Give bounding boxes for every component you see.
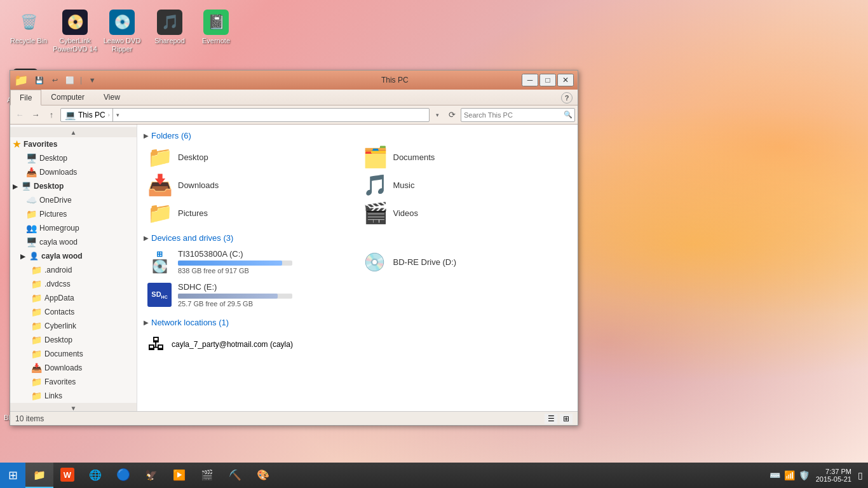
minimize-button[interactable]: ─	[522, 74, 538, 86]
address-dropdown-btn[interactable]: ▾	[431, 112, 443, 118]
folder-item-documents[interactable]: 🗂️ Documents	[359, 144, 572, 170]
windows-logo-icon: ⊞	[8, 468, 18, 482]
nav-scroll-down[interactable]: ▼	[10, 403, 137, 411]
search-box[interactable]: 🔍	[461, 108, 575, 122]
folder-item-downloads[interactable]: 📥 Downloads	[144, 172, 356, 198]
nav-item-desktop2[interactable]: 📁 Desktop	[10, 333, 137, 347]
refresh-button[interactable]: ⟳	[445, 108, 459, 122]
documents-icon: 📁	[31, 349, 42, 359]
tab-computer[interactable]: Computer	[41, 90, 94, 105]
search-icon[interactable]: 🔍	[562, 109, 574, 121]
pictures-nav-icon: 📁	[25, 209, 37, 219]
nav-item-onedrive[interactable]: ☁️ OneDrive	[10, 193, 137, 207]
navigation-pane: ▲ ★ Favorites 🖥️ Desktop 📥 Downloads ▶ 🖥…	[10, 125, 137, 411]
contacts-icon: 📁	[31, 307, 42, 317]
folder-desktop-icon: 📁	[147, 147, 173, 167]
nav-item-android[interactable]: 📁 .android	[10, 263, 137, 277]
taskbar-app-media-player[interactable]: ▶️	[165, 463, 193, 488]
taskbar-app-thunderbird[interactable]: 🦅	[137, 463, 165, 488]
nav-item-dvdcss[interactable]: 📁 .dvdcss	[10, 277, 137, 291]
file-explorer-window: 📁 💾 ↩ ⬜ | ▼ This PC ─ □ ✕ File Computer …	[10, 70, 578, 426]
taskbar-keyboard-icon[interactable]: ⌨️	[770, 470, 780, 480]
titlebar: 📁 💾 ↩ ⬜ | ▼ This PC ─ □ ✕	[10, 71, 578, 90]
help-button[interactable]: ?	[561, 92, 573, 104]
nav-item-favorites2[interactable]: 📁 Favorites	[10, 375, 137, 389]
network-item[interactable]: 🖧 cayla_7_party@hotmail.com (cayla)	[144, 331, 571, 357]
start-button[interactable]: ⊞	[0, 463, 25, 488]
nav-item-cyberlink[interactable]: 📁 Cyberlink	[10, 319, 137, 333]
devices-section-header[interactable]: ▶ Devices and drives (3)	[144, 231, 571, 247]
expand-quick-btn[interactable]: ▼	[86, 74, 98, 86]
undo-quick-btn[interactable]: ↩	[48, 74, 61, 86]
homegroup-icon: 👥	[25, 223, 37, 233]
nav-item-links[interactable]: 📁 Links	[10, 389, 137, 403]
devices-chevron-icon: ▶	[144, 234, 149, 241]
folder-item-pictures[interactable]: 📁 Pictures	[144, 200, 356, 226]
maximize-button[interactable]: □	[539, 74, 556, 86]
folder-item-desktop[interactable]: 📁 Desktop	[144, 144, 356, 170]
device-c-drive[interactable]: ⊞ 💽 TI31053800A (C:) 838 GB free of 917 …	[144, 247, 356, 277]
folders-grid: 📁 Desktop 🗂️ Documents 📥 Downloads 🎵 Mus…	[144, 144, 571, 226]
tab-view[interactable]: View	[94, 90, 130, 105]
forward-button[interactable]: →	[29, 108, 43, 122]
window-controls: ─ □ ✕	[522, 74, 574, 86]
nav-item-desktop[interactable]: 🖥️ Desktop	[10, 151, 137, 165]
taskbar-app-chrome[interactable]: 🔵	[109, 463, 137, 488]
nav-item-downloads-sub[interactable]: 📥 Downloads	[10, 361, 137, 375]
desktop-icon-cyberlink[interactable]: 📀 CyberLink PowerDVD 14	[53, 10, 97, 53]
folder-item-videos[interactable]: 🎬 Videos	[359, 200, 572, 226]
nav-item-cayla2[interactable]: ▶ 👤 cayla wood	[10, 249, 137, 263]
back-button[interactable]: ←	[13, 108, 27, 122]
device-bd-drive[interactable]: 💿 BD-RE Drive (D:)	[359, 247, 572, 277]
view-controls: ☰ ⊞	[545, 414, 573, 424]
nav-item-appdata[interactable]: 📁 AppData	[10, 291, 137, 305]
downloads-nav-icon: 📥	[25, 167, 37, 177]
properties-quick-btn[interactable]: ⬜	[64, 74, 76, 86]
folders-section-header[interactable]: ▶ Folders (6)	[144, 128, 571, 144]
show-desktop-button[interactable]: ▯	[858, 470, 863, 480]
dvdcss-icon: 📁	[31, 279, 42, 289]
taskbar-network-icon[interactable]: 📶	[784, 470, 795, 480]
taskbar-app-minecraft[interactable]: ⛏️	[221, 463, 249, 488]
tab-file[interactable]: File	[10, 90, 41, 105]
desktop-icon-leawo[interactable]: 💿 Leawo DVD Ripper	[100, 10, 144, 53]
nav-item-documents[interactable]: 📁 Documents	[10, 347, 137, 361]
nav-item-homegroup[interactable]: 👥 Homegroup	[10, 221, 137, 235]
device-sdhc[interactable]: SDHC SDHC (E:) 25.7 GB free of 29.5 GB	[144, 280, 571, 310]
folder-item-music[interactable]: 🎵 Music	[359, 172, 572, 198]
address-input[interactable]: 💻 This PC › ▾	[60, 108, 430, 122]
network-section-header[interactable]: ▶ Network locations (1)	[144, 315, 571, 331]
taskbar-app-media-center[interactable]: 🎬	[193, 463, 221, 488]
desktop-icon-evernote[interactable]: 📓 Evernote	[194, 10, 238, 45]
cyberlink-folder-icon: 📁	[31, 321, 42, 331]
taskbar-security-icon[interactable]: 🛡️	[799, 470, 810, 480]
nav-item-pictures[interactable]: 📁 Pictures	[10, 207, 137, 221]
desktop-icon-recycle-bin[interactable]: 🗑️ Recycle Bin	[6, 10, 51, 45]
large-icons-view-button[interactable]: ⊞	[560, 414, 573, 424]
taskbar-app-wordpad[interactable]: W	[53, 463, 81, 488]
sdhc-info: SDHC (E:) 25.7 GB free of 29.5 GB	[178, 282, 567, 308]
desktop-header[interactable]: ▶ 🖥️ Desktop	[10, 179, 137, 193]
folder-pictures-icon: 📁	[147, 203, 173, 223]
nav-item-cayla1[interactable]: 🖥️ cayla wood	[10, 235, 137, 249]
address-dropdown[interactable]: ▾	[112, 108, 123, 122]
desktop-nav-icon: 🖥️	[25, 153, 37, 163]
search-input[interactable]	[461, 111, 562, 119]
close-button[interactable]: ✕	[557, 74, 574, 86]
c-drive-info: TI31053800A (C:) 838 GB free of 917 GB	[178, 249, 353, 274]
nav-item-contacts[interactable]: 📁 Contacts	[10, 305, 137, 319]
up-button[interactable]: ↑	[44, 108, 58, 122]
details-view-button[interactable]: ☰	[545, 414, 557, 424]
taskbar: ⊞ 📁 W 🌐 🔵 🦅 ▶️ 🎬 ⛏️ 🎨 ⌨️ 📶 🛡️ 7:37 PM 20…	[0, 463, 868, 488]
desktop-icon-sharepod[interactable]: 🎵 Sharepod	[147, 10, 192, 45]
sdhc-icon: SDHC	[147, 283, 172, 307]
taskbar-app-ie[interactable]: 🌐	[81, 463, 109, 488]
nav-item-downloads[interactable]: 📥 Downloads	[10, 165, 137, 179]
save-quick-btn[interactable]: 💾	[33, 74, 46, 86]
taskbar-app-file-explorer[interactable]: 📁	[25, 463, 53, 488]
nav-scroll-up[interactable]: ▲	[10, 127, 137, 137]
taskbar-clock[interactable]: 7:37 PM 2015-05-21	[813, 466, 854, 484]
favorites-header[interactable]: ★ Favorites	[10, 137, 137, 151]
desktop2-icon: 📁	[31, 335, 42, 345]
taskbar-app-paint[interactable]: 🎨	[249, 463, 277, 488]
